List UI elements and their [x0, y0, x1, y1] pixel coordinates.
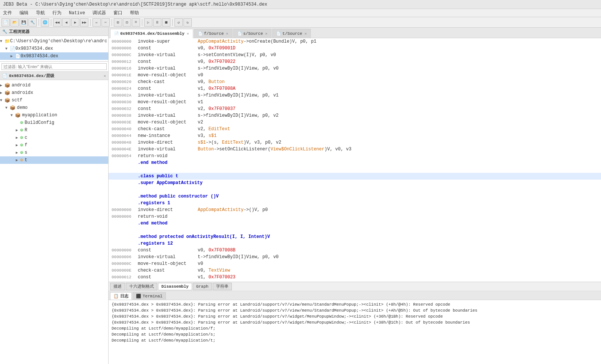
toolbar-btn12[interactable]: ⊞	[114, 18, 122, 27]
toolbar-btn4[interactable]: 🔧	[28, 18, 37, 27]
toolbar-new[interactable]: 📄	[1, 18, 10, 27]
menu-item-3[interactable]: 行为	[51, 9, 63, 17]
code-opcode: const	[138, 58, 198, 65]
code-operand: v2, 0x7F070037	[198, 105, 236, 112]
hierarchy-tree-item[interactable]: ▶📦androidx	[0, 89, 108, 97]
tab-icon: 📄	[276, 31, 281, 36]
toolbar-btn16[interactable]: ⏸	[153, 18, 161, 27]
tab-close[interactable]: ✕	[265, 31, 267, 36]
tree-arrow: ▶	[0, 91, 4, 95]
code-addr: 00000054	[112, 153, 138, 159]
hierarchy-tree-item[interactable]: ▶⊙c	[0, 134, 108, 141]
tab-close[interactable]: ✕	[226, 31, 228, 36]
code-operand: v0, 0x7F07008B	[198, 247, 236, 254]
hierarchy-tree-item[interactable]: ▶⊙R	[0, 126, 108, 134]
toolbar-btn9[interactable]: ▶▶	[80, 18, 88, 27]
code-ref: EditText	[222, 140, 244, 145]
menu-bar: 文件编辑导航行为Native调试器窗口帮助	[0, 9, 601, 17]
code-line: 0000001Emove-result-objectv0	[109, 72, 601, 79]
code-num: 0x7F070023	[209, 275, 236, 280]
title-bar: JEB3 Beta - C:\Users\Dying'chen\Desktop\…	[0, 0, 601, 9]
toolbar-btn17[interactable]: ⏹	[162, 18, 170, 27]
view-tab-0[interactable]: 描述	[110, 283, 125, 290]
tree-arrow: ▶	[16, 158, 20, 162]
hierarchy-tree-item[interactable]: ▶⊙s	[0, 149, 108, 156]
toolbar-save[interactable]: 💾	[19, 18, 28, 27]
bottom-tab-0[interactable]: 📋 日志	[110, 292, 132, 300]
code-operand: v2, EditText	[198, 126, 230, 132]
code-line: 00000040check-castv2, EditText	[109, 126, 601, 132]
filter-input[interactable]	[1, 63, 107, 70]
hierarchy-tree-item[interactable]: ▶📦android	[0, 82, 108, 89]
code-line: 0000000Cmove-result-objectv0	[109, 260, 601, 267]
code-line: 00000044new-instancev3, s$1	[109, 132, 601, 139]
tab-0[interactable]: 📄0x98374534.dex/Disassembly✕	[110, 29, 193, 38]
toolbar-btn19[interactable]: ↻	[183, 18, 192, 27]
toolbar-btn5[interactable]: 🌐	[41, 18, 49, 27]
tab-label: 0x98374534.dex/Disassembly	[120, 31, 185, 36]
sep3	[90, 19, 91, 26]
view-tab-1[interactable]: 十六进制格式	[126, 283, 157, 290]
hierarchy-tree-item[interactable]: ⊙BuildConfig	[0, 119, 108, 126]
code-line: 0000004Einvoke-virtualButton->setOnClick…	[109, 146, 601, 153]
hierarchy-close[interactable]: ✕	[104, 74, 106, 78]
tree-arrow: ▶	[16, 128, 20, 132]
toolbar-open[interactable]: 📂	[10, 18, 19, 27]
toolbar-btn7[interactable]: ◀	[62, 18, 70, 27]
code-opcode: invoke-super	[138, 38, 198, 45]
code-opcode: invoke-virtual	[138, 254, 198, 260]
toolbar-btn10[interactable]: ✏	[92, 18, 101, 27]
menu-item-0[interactable]: 文件	[1, 9, 13, 17]
tree-arrow: ▶	[16, 150, 20, 155]
code-addr: 00000012	[112, 274, 138, 281]
left-panel: 🔧 工程浏览器 ▼📁 C:\Users\Dying'chen\Desktop\r…	[0, 28, 109, 364]
view-tab-3[interactable]: Graph	[193, 283, 212, 290]
tab-close[interactable]: ✕	[304, 31, 307, 36]
code-line: 00000006invoke-virtualt->findViewByID(I)…	[109, 254, 601, 260]
code-line: 00000000invoke-superAppCompatActivity->o…	[109, 38, 601, 45]
menu-item-1[interactable]: 编辑	[18, 9, 30, 17]
project-tree-item[interactable]: ▼📄 0x98374534.dex	[0, 45, 108, 52]
tree-arrow: ▶	[16, 143, 20, 147]
code-line: 0000002Ainvoke-virtuals->findViewByID(I)…	[109, 92, 601, 99]
project-tree-item[interactable]: ▶📄 0x98374534.dex	[0, 52, 108, 60]
toolbar-btn15[interactable]: ▷	[144, 18, 152, 27]
tree-arrow: ▼	[5, 106, 10, 110]
code-ref: Button	[209, 79, 225, 85]
hierarchy-tree-item[interactable]: ▶⊙f	[0, 141, 108, 149]
tab-label: t/Source	[282, 31, 302, 36]
tab-3[interactable]: 📄t/Source✕	[272, 29, 311, 38]
tab-close[interactable]: ✕	[187, 31, 189, 36]
menu-item-5[interactable]: 调试器	[91, 9, 107, 17]
menu-item-2[interactable]: 导航	[34, 9, 46, 17]
tree-label: sctf	[12, 98, 22, 103]
hierarchy-tree-item[interactable]: ▶⊙t	[0, 156, 108, 164]
code-opcode: new-instance	[138, 132, 198, 139]
menu-item-7[interactable]: 帮助	[128, 9, 140, 17]
toolbar-btn6[interactable]: ◀◀	[53, 18, 61, 27]
hierarchy-tree-item[interactable]: ▼📦sctf	[0, 97, 108, 104]
code-addr: 00000030	[112, 99, 138, 105]
code-addr: 00000000	[112, 38, 138, 45]
menu-item-6[interactable]: 窗口	[112, 9, 124, 17]
code-operand: Button->setOnClickListener(View$OnClickL…	[198, 146, 352, 153]
toolbar-btn14[interactable]: ≡	[132, 18, 140, 27]
tab-2[interactable]: 📄s/Source✕	[233, 29, 272, 38]
toolbar-btn11[interactable]: ✂	[101, 18, 110, 27]
code-operand: AppCompatActivity->onCreate(Bundle)V, p0…	[198, 38, 316, 45]
menu-item-4[interactable]: Native	[67, 10, 86, 16]
code-ref: View$OnClickListener	[270, 147, 324, 152]
view-tab-4[interactable]: 字符串	[213, 283, 232, 290]
toolbar-btn13[interactable]: ⊟	[123, 18, 131, 27]
tab-1[interactable]: 📄f/Source✕	[194, 29, 233, 38]
bottom-tab-1[interactable]: ⬛ Terminal	[133, 292, 166, 300]
view-tab-2[interactable]: Disassembly	[158, 283, 192, 290]
hierarchy-tree-item[interactable]: ▼📦myapplication	[0, 111, 108, 119]
toolbar-btn8[interactable]: ▶	[71, 18, 79, 27]
project-tree-item[interactable]: ▼📁 C:\Users\Dying'chen\Desktop\re\andrc	[0, 37, 108, 45]
toolbar-btn18[interactable]: ↺	[174, 18, 183, 27]
tree-label: 0x98374534.dex	[15, 46, 53, 51]
code-addr: 00000032	[112, 105, 138, 112]
hierarchy-tree-item[interactable]: ▼📦demo	[0, 104, 108, 111]
bottom-tab-bar: 📋 日志⬛ Terminal	[109, 291, 601, 300]
